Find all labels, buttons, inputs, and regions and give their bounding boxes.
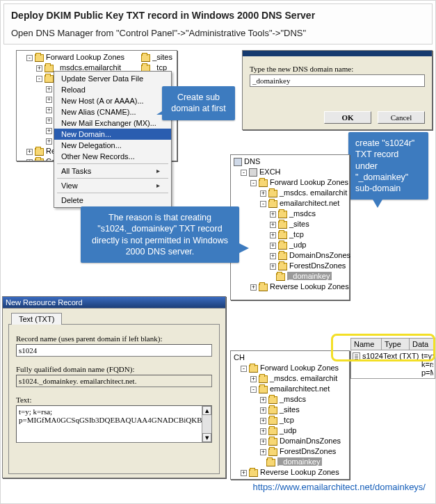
tree-node[interactable]: +_msdcs. emailarchit — [231, 188, 349, 198]
tree-node[interactable]: +Reverse Lookup Zones — [231, 467, 349, 478]
tree-node[interactable]: +DomainDnsZones — [231, 436, 349, 446]
record-name-input[interactable] — [16, 344, 212, 357]
tree-node[interactable]: -emailarchitect.net — [231, 384, 349, 394]
tree-node[interactable]: -Forward Lookup Zones — [231, 177, 349, 188]
scroll-up-icon[interactable]: ▴ — [202, 406, 211, 415]
callout-reason: The reason is that creating "s1024._doma… — [81, 206, 239, 263]
footer-link[interactable]: https://www.emailarchitect.net/domainkey… — [252, 482, 426, 492]
col-name[interactable]: Name — [351, 339, 382, 350]
tree-node[interactable]: +_tcp — [231, 415, 349, 425]
label-record-name: Record name (uses parent domain if left … — [16, 334, 212, 343]
instruction-header: Deploy DKIM Public Key TXT record in Win… — [3, 3, 433, 44]
menu-new-alias[interactable]: New Alias (CNAME)... — [54, 106, 171, 117]
tree-node[interactable]: -EXCH — [231, 167, 349, 177]
tree-node[interactable]: +ForestDnsZones — [231, 261, 349, 271]
tree-node[interactable]: DNS — [231, 156, 349, 167]
ok-button[interactable]: OK — [324, 111, 371, 124]
col-type[interactable]: Type — [382, 339, 410, 350]
list-row[interactable]: s1024 Text (TXT) t=y; k=rsa; p=M — [350, 350, 435, 379]
tree-node[interactable]: +_sites — [231, 219, 349, 229]
tree-node[interactable]: CH — [231, 352, 349, 363]
label-fqdn: Fully qualified domain name (FQDN): — [16, 365, 212, 373]
tree-node[interactable]: -emailarchitect.net — [231, 198, 349, 209]
context-menu: Update Server Data File Reload New Host … — [54, 71, 172, 208]
dialog-title: New Resource Record — [3, 297, 225, 309]
menu-new-domain[interactable]: New Domain... — [54, 129, 171, 140]
menu-other-new-records[interactable]: Other New Records... — [54, 151, 171, 162]
tree-node[interactable]: +_udp — [231, 425, 349, 436]
dns-tree-panel-middle: DNS -EXCH -Forward Lookup Zones +_msdcs.… — [230, 154, 350, 300]
callout-create-txt: create "s1024r" TXT record under "_domai… — [348, 132, 428, 200]
tree-node[interactable]: +Reverse Lookup Zones — [231, 282, 349, 292]
dns-tree-panel-bottom: CH -Forward Lookup Zones +_msdcs. emaila… — [230, 350, 350, 480]
tab-txt[interactable]: Text (TXT) — [11, 313, 62, 325]
cancel-button[interactable]: Cancel — [378, 111, 425, 124]
text-value-area[interactable]: t=y; k=rsa; p=MIGfMA0GCSqGSIb3DQEBAQUAA4… — [16, 405, 212, 443]
menu-new-mx[interactable]: New Mail Exchanger (MX)... — [54, 117, 171, 129]
record-icon — [353, 352, 360, 361]
tree-node[interactable]: +_msdcs — [231, 394, 349, 405]
tree-node[interactable]: _domainkey — [231, 457, 349, 467]
new-resource-record-dialog: New Resource Record Text (TXT) Record na… — [2, 296, 226, 478]
menu-new-host[interactable]: New Host (A or AAAA)... — [54, 95, 171, 106]
tree-node[interactable]: +ForestDnsZones — [231, 446, 349, 457]
scroll-down-icon[interactable]: ▾ — [202, 433, 211, 442]
tree-node[interactable]: _domainkey — [231, 271, 349, 282]
label-text: Text: — [16, 396, 212, 404]
fqdn-input — [16, 375, 212, 387]
dialog-label: Type the new DNS domain name: — [250, 65, 425, 73]
menu-new-delegation[interactable]: New Delegation... — [54, 140, 171, 151]
new-dns-domain-dialog: Type the new DNS domain name: OK Cancel — [242, 50, 433, 130]
tree-node[interactable]: +_msdcs. emailarchit — [231, 373, 349, 384]
menu-delete[interactable]: Delete — [54, 195, 171, 206]
domain-name-input[interactable] — [250, 74, 425, 87]
tree-node[interactable]: _sites — [138, 52, 172, 63]
list-header: Name Type Data — [350, 338, 435, 350]
page-subtitle: Open DNS Manager from "Control Panel"->"… — [11, 28, 425, 38]
page-title: Deploy DKIM Public Key TXT record in Win… — [11, 10, 425, 21]
callout-create-subdomain: Create sub domain at first — [162, 86, 235, 120]
tree-node[interactable]: -Forward Lookup Zones — [231, 363, 349, 373]
menu-view[interactable]: View — [54, 180, 171, 191]
record-list-panel: Name Type Data s1024 Text (TXT) t=y; k=r… — [350, 338, 435, 379]
tree-node[interactable]: +_tcp — [231, 229, 349, 240]
scrollbar[interactable]: ▴ ▾ — [202, 406, 211, 442]
tree-node[interactable]: +_sites — [231, 405, 349, 415]
menu-reload[interactable]: Reload — [54, 84, 171, 95]
menu-all-tasks[interactable]: All Tasks — [54, 165, 171, 177]
col-data[interactable]: Data — [410, 339, 435, 350]
tree-node[interactable]: +_msdcs — [231, 209, 349, 219]
menu-update-server-data[interactable]: Update Server Data File — [54, 73, 171, 84]
